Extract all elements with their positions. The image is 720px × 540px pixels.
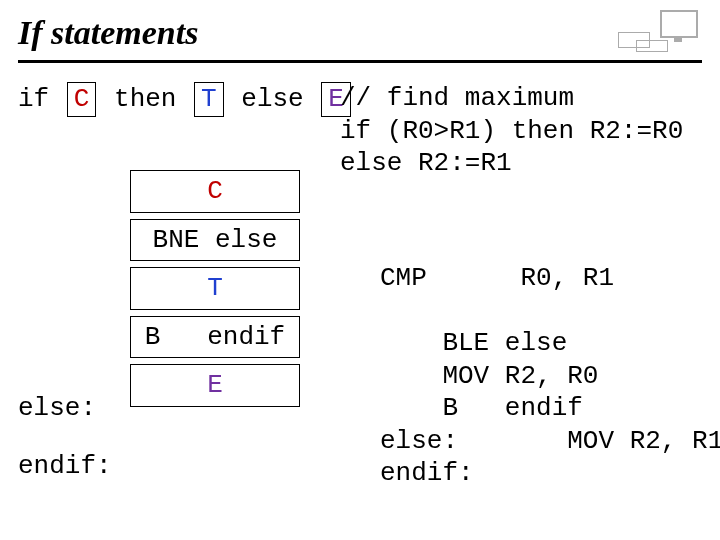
schema-line: if C then T else E [18, 82, 353, 117]
comment-l2: if (R0>R1) then R2:=R0 [340, 116, 683, 146]
asm-mov-r2-r1: MOV R2, R1 [458, 426, 720, 456]
kw-if: if [18, 84, 49, 114]
kw-then: then [114, 84, 176, 114]
asm-mov-r2-r0: MOV R2, R0 [380, 361, 598, 391]
flow-box-T: T [130, 267, 300, 310]
asm-cmp: CMP R0, R1 [380, 263, 614, 293]
asm-endif-label: endif: [380, 458, 474, 488]
comment-l1: // find maximum [340, 83, 574, 113]
assembly-listing: CMP R0, R1 BLE else MOV R2, R0 B endif e… [380, 262, 720, 490]
flow-box-C: C [130, 170, 300, 213]
asm-ble: BLE else [380, 328, 567, 358]
token-C: C [67, 82, 97, 117]
label-endif: endif: [18, 450, 112, 483]
page-title: If statements [18, 14, 198, 52]
computer-icon [618, 10, 698, 54]
flow-box-E: E [130, 364, 300, 407]
asm-b-endif: B endif [380, 393, 583, 423]
comment-l3: else R2:=R1 [340, 148, 512, 178]
kw-else: else [241, 84, 303, 114]
pseudocode-comment: // find maximum if (R0>R1) then R2:=R0 e… [340, 82, 683, 180]
label-else: else: [18, 392, 96, 425]
title-divider [18, 60, 702, 63]
flow-column: C BNE else T B endif E [130, 170, 300, 407]
flow-bne: BNE else [130, 219, 300, 262]
token-T: T [194, 82, 224, 117]
flow-b-endif: B endif [130, 316, 300, 359]
asm-else-label: else: [380, 426, 458, 456]
